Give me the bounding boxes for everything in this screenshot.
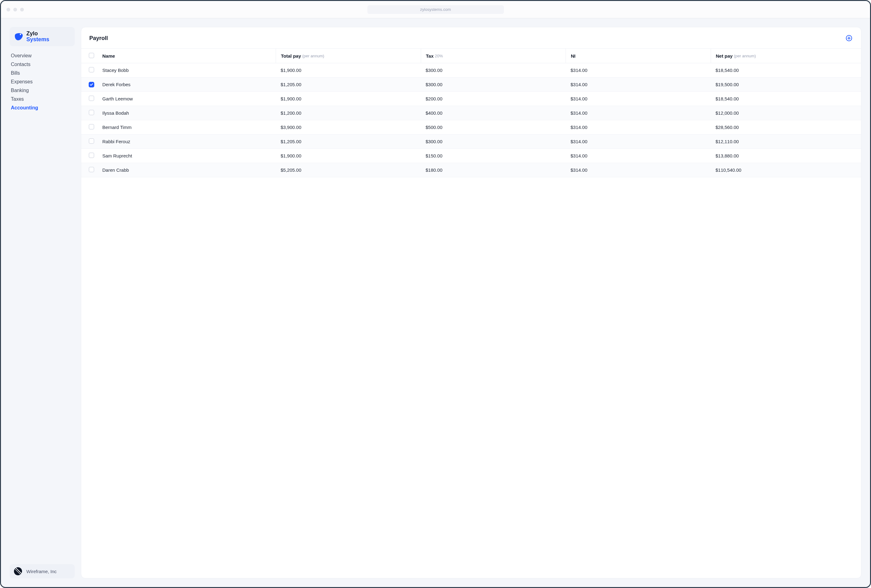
row-checkbox[interactable] xyxy=(89,138,94,144)
cell-ni: $314.00 xyxy=(566,168,711,173)
table-body: Stacey Bobb$1,900.00$300.00$314.00$18,54… xyxy=(81,63,861,177)
cell-name: Sam Ruprecht xyxy=(102,153,276,159)
panel-title: Payroll xyxy=(89,35,108,42)
svg-point-0 xyxy=(20,34,21,35)
browser-chrome: zylosystems.com xyxy=(1,1,870,18)
cell-total: $1,200.00 xyxy=(276,110,421,116)
cell-tax: $300.00 xyxy=(421,67,566,73)
sidebar-item-expenses[interactable]: Expenses xyxy=(11,79,75,85)
cell-ni: $314.00 xyxy=(566,139,711,144)
cell-ni: $314.00 xyxy=(566,110,711,116)
minimize-dot-icon[interactable] xyxy=(13,8,17,12)
cell-net: $12,000.00 xyxy=(711,110,856,116)
cell-total: $1,205.00 xyxy=(276,82,421,87)
cell-ni: $314.00 xyxy=(566,153,711,159)
table-row[interactable]: Stacey Bobb$1,900.00$300.00$314.00$18,54… xyxy=(81,63,861,78)
sidebar-item-contacts[interactable]: Contacts xyxy=(11,62,75,67)
account-switcher[interactable]: Wireframe, Inc xyxy=(10,564,75,578)
cell-name: Garth Leemow xyxy=(102,96,276,101)
sidebar: Zylo Systems OverviewContactsBillsExpens… xyxy=(10,27,75,578)
row-checkbox[interactable] xyxy=(89,67,94,73)
add-button[interactable] xyxy=(845,34,853,42)
address-bar[interactable]: zylosystems.com xyxy=(367,5,504,14)
table-row[interactable]: Bernard Timm$3,900.00$500.00$314.00$28,5… xyxy=(81,120,861,135)
table-row[interactable]: Derek Forbes$1,205.00$300.00$314.00$19,5… xyxy=(81,78,861,92)
row-checkbox[interactable] xyxy=(89,153,94,158)
cell-net: $110,540.00 xyxy=(711,168,856,173)
cell-name: Stacey Bobb xyxy=(102,67,276,73)
brand-logo-icon xyxy=(14,32,23,41)
col-net-pay[interactable]: Net pay (per annum) xyxy=(711,49,856,63)
cell-total: $1,900.00 xyxy=(276,67,421,73)
app-surface: Zylo Systems OverviewContactsBillsExpens… xyxy=(1,18,870,587)
row-checkbox[interactable] xyxy=(89,110,94,115)
cell-total: $1,900.00 xyxy=(276,153,421,159)
close-dot-icon[interactable] xyxy=(6,8,10,12)
cell-name: Ilyssa Bodah xyxy=(102,110,276,116)
panel-header: Payroll xyxy=(81,27,861,48)
cell-net: $18,540.00 xyxy=(711,96,856,101)
cell-ni: $314.00 xyxy=(566,96,711,101)
cell-tax: $300.00 xyxy=(421,139,566,144)
brand-line2: Systems xyxy=(26,37,49,42)
col-tax[interactable]: Tax 20% xyxy=(421,49,566,63)
row-checkbox[interactable] xyxy=(89,96,94,101)
cell-ni: $314.00 xyxy=(566,124,711,130)
col-ni[interactable]: NI xyxy=(566,49,711,63)
plus-circle-icon xyxy=(846,35,852,42)
cell-tax: $150.00 xyxy=(421,153,566,159)
account-name: Wireframe, Inc xyxy=(26,569,57,574)
cell-total: $3,900.00 xyxy=(276,124,421,130)
payroll-panel: Payroll Name xyxy=(81,27,861,578)
col-total-pay[interactable]: Total pay (per annum) xyxy=(276,49,421,63)
cell-name: Derek Forbes xyxy=(102,82,276,87)
sidebar-item-overview[interactable]: Overview xyxy=(11,53,75,58)
account-avatar-icon xyxy=(14,567,22,575)
row-checkbox[interactable] xyxy=(89,124,94,130)
cell-tax: $400.00 xyxy=(421,110,566,116)
sidebar-item-accounting[interactable]: Accounting xyxy=(11,105,75,111)
cell-net: $12,110.00 xyxy=(711,139,856,144)
cell-name: Bernard Timm xyxy=(102,124,276,130)
cell-ni: $314.00 xyxy=(566,67,711,73)
cell-net: $19,500.00 xyxy=(711,82,856,87)
cell-name: Daren Crabb xyxy=(102,168,276,173)
table-row[interactable]: Ilyssa Bodah$1,200.00$400.00$314.00$12,0… xyxy=(81,106,861,120)
cell-total: $5,205.00 xyxy=(276,168,421,173)
table-header: Name Total pay (per annum) Tax 20% NI Ne… xyxy=(81,48,861,63)
brand-line1: Zylo xyxy=(26,31,49,37)
cell-total: $1,205.00 xyxy=(276,139,421,144)
cell-net: $18,540.00 xyxy=(711,67,856,73)
table-row[interactable]: Sam Ruprecht$1,900.00$150.00$314.00$13,8… xyxy=(81,149,861,163)
sidebar-item-banking[interactable]: Banking xyxy=(11,88,75,93)
window-controls[interactable] xyxy=(6,8,24,12)
zoom-dot-icon[interactable] xyxy=(20,8,24,12)
cell-tax: $500.00 xyxy=(421,124,566,130)
table-row[interactable]: Daren Crabb$5,205.00$180.00$314.00$110,5… xyxy=(81,163,861,177)
col-name[interactable]: Name xyxy=(102,53,276,58)
cell-tax: $180.00 xyxy=(421,168,566,173)
cell-tax: $300.00 xyxy=(421,82,566,87)
sidebar-item-bills[interactable]: Bills xyxy=(11,70,75,76)
app-window: zylosystems.com Zylo Systems OverviewCon… xyxy=(0,0,871,588)
row-checkbox[interactable] xyxy=(89,167,94,172)
table-row[interactable]: Garth Leemow$1,900.00$200.00$314.00$18,5… xyxy=(81,92,861,106)
cell-net: $13,880.00 xyxy=(711,153,856,159)
cell-name: Rabbi Ferouz xyxy=(102,139,276,144)
cell-ni: $314.00 xyxy=(566,82,711,87)
cell-total: $1,900.00 xyxy=(276,96,421,101)
cell-net: $28,560.00 xyxy=(711,124,856,130)
sidebar-item-taxes[interactable]: Taxes xyxy=(11,96,75,102)
sidebar-nav: OverviewContactsBillsExpensesBankingTaxe… xyxy=(10,53,75,111)
row-checkbox[interactable] xyxy=(89,82,94,87)
brand-text: Zylo Systems xyxy=(26,31,49,42)
select-all-checkbox[interactable] xyxy=(89,53,94,58)
cell-tax: $200.00 xyxy=(421,96,566,101)
brand[interactable]: Zylo Systems xyxy=(10,27,75,46)
address-text: zylosystems.com xyxy=(420,7,451,12)
table-row[interactable]: Rabbi Ferouz$1,205.00$300.00$314.00$12,1… xyxy=(81,135,861,149)
